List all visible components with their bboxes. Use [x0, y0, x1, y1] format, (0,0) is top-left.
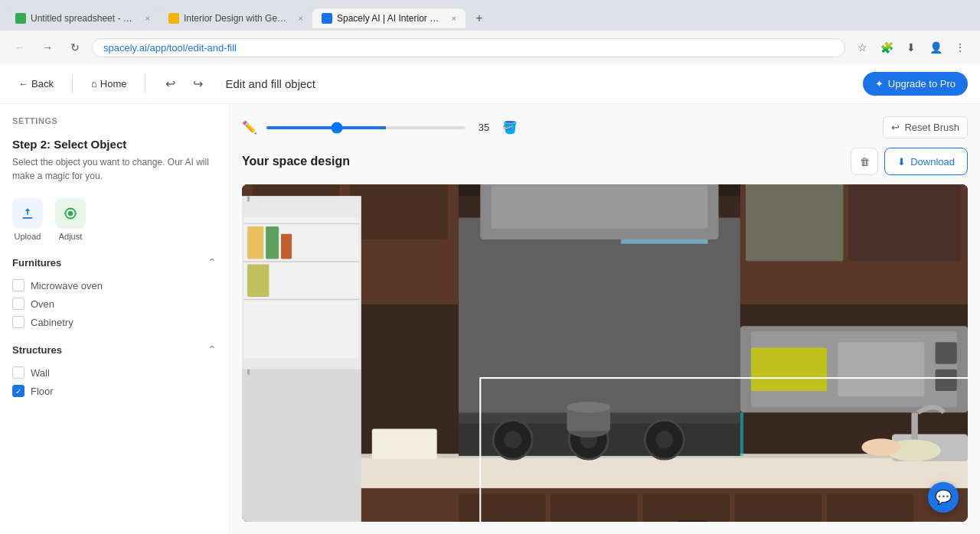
profile-icon[interactable]: 👤	[925, 37, 946, 58]
wall-checkbox[interactable]	[12, 366, 24, 379]
canvas-toolbar: ✏️ 35 🪣 ↩ Reset Brush	[242, 116, 968, 138]
svg-rect-21	[491, 185, 707, 229]
home-label: Home	[100, 78, 127, 90]
step-description: Select the object you want to change. Ou…	[12, 155, 217, 183]
furniture-items-list: Microwave oven Oven Cabinetry	[12, 276, 217, 331]
settings-label: SETTINGS	[12, 116, 217, 125]
svg-rect-19	[459, 218, 740, 413]
delete-button[interactable]: 🗑	[851, 148, 878, 175]
furnitures-collapse-button[interactable]: ⌃	[207, 256, 217, 269]
bookmark-icon[interactable]: ☆	[851, 37, 873, 58]
tab-2-close[interactable]: ×	[299, 14, 303, 23]
url-bar[interactable]: spacely.ai/app/tool/edit-and-fill	[92, 38, 845, 57]
download-icon: ⬇	[897, 156, 906, 168]
svg-point-37	[504, 431, 521, 448]
furnitures-section-header: Furnitures ⌃	[12, 256, 217, 269]
svg-rect-69	[621, 239, 707, 244]
tab-bar: Untitled spreadsheet - Goo... × Interior…	[0, 0, 980, 31]
page-title: Edit and fill object	[225, 77, 315, 90]
adjust-icon	[63, 206, 78, 221]
app-header: ← Back ⌂ Home ↩ ↪ Edit and fill object ✦…	[0, 64, 980, 104]
structures-title: Structures	[12, 344, 62, 356]
browser-toolbar-icons: ☆ 🧩 ⬇ 👤 ⋮	[851, 37, 971, 58]
tab-2[interactable]: Interior Design with Generati... ×	[159, 8, 312, 28]
upgrade-button[interactable]: ✦ Upgrade to Pro	[863, 72, 968, 96]
tab-1-close[interactable]: ×	[145, 14, 150, 23]
kitchen-canvas[interactable]: 💬	[242, 184, 968, 522]
reset-brush-label: Reset Brush	[904, 122, 959, 133]
svg-rect-51	[247, 370, 250, 375]
tab-2-label: Interior Design with Generati...	[184, 13, 291, 24]
oven-label: Oven	[31, 298, 54, 310]
main-content: SETTINGS Step 2: Select Object Select th…	[0, 104, 980, 534]
oven-item[interactable]: Oven	[12, 295, 217, 313]
reload-button[interactable]: ↻	[64, 37, 86, 58]
tab-3-close[interactable]: ×	[452, 14, 456, 23]
address-bar: ← → ↻ spacely.ai/app/tool/edit-and-fill …	[0, 31, 980, 64]
svg-rect-59	[281, 234, 292, 259]
cabinetry-label: Cabinetry	[31, 317, 74, 328]
brush-slider[interactable]	[266, 126, 466, 129]
microwave-oven-item[interactable]: Microwave oven	[12, 276, 217, 295]
floor-checkbox[interactable]: ✓	[12, 385, 24, 397]
step-title: Step 2: Select Object	[12, 138, 217, 151]
back-arrow-icon: ←	[18, 78, 28, 90]
wall-item[interactable]: Wall	[12, 363, 217, 382]
wall-label: Wall	[31, 367, 50, 379]
download-browser-icon[interactable]: ⬇	[900, 37, 922, 58]
cabinetry-checkbox[interactable]	[12, 316, 24, 328]
svg-rect-56	[244, 299, 359, 300]
undo-redo-group: ↩ ↪	[158, 72, 210, 96]
svg-rect-54	[244, 223, 359, 224]
header-divider-2	[145, 75, 145, 93]
floor-item[interactable]: ✓ Floor	[12, 382, 217, 400]
home-button[interactable]: ⌂ Home	[85, 73, 133, 94]
svg-rect-14	[936, 342, 957, 363]
svg-point-63	[861, 438, 900, 456]
more-icon[interactable]: ⋮	[949, 37, 971, 58]
kitchen-image	[242, 184, 968, 522]
svg-rect-16	[838, 342, 924, 396]
extensions-icon[interactable]: 🧩	[876, 37, 897, 58]
tab-1[interactable]: Untitled spreadsheet - Goo... ×	[6, 8, 159, 28]
back-button[interactable]: ← Back	[12, 73, 60, 94]
svg-rect-27	[643, 493, 730, 522]
header-divider-1	[72, 75, 73, 93]
app: ← Back ⌂ Home ↩ ↪ Edit and fill object ✦…	[0, 64, 980, 534]
oven-checkbox[interactable]	[12, 298, 24, 310]
svg-rect-29	[827, 493, 913, 522]
canvas-actions: 🗑 ⬇ Download	[851, 148, 968, 175]
upload-label: Upload	[15, 232, 41, 241]
svg-rect-10	[746, 184, 843, 261]
back-nav-button[interactable]: ←	[9, 37, 31, 58]
svg-rect-58	[266, 226, 279, 259]
download-button[interactable]: ⬇ Download	[884, 148, 968, 175]
redo-button[interactable]: ↪	[185, 72, 210, 96]
sidebar-actions: Upload Adjust	[12, 198, 217, 241]
svg-rect-15	[936, 370, 957, 391]
upload-icon-wrap	[12, 198, 43, 229]
new-tab-button[interactable]: +	[469, 8, 490, 29]
structure-items-list: Wall ✓ Floor	[12, 363, 217, 400]
svg-rect-57	[247, 226, 263, 259]
tab-3[interactable]: Spacely AI | AI Interior Desig... ×	[312, 8, 466, 28]
reset-brush-button[interactable]: ↩ Reset Brush	[883, 116, 968, 138]
reset-icon: ↩	[891, 122, 900, 133]
svg-rect-17	[751, 347, 827, 391]
adjust-action[interactable]: Adjust	[55, 198, 86, 241]
canvas-title: Your space design	[242, 155, 851, 168]
microwave-oven-checkbox[interactable]	[12, 279, 24, 291]
svg-point-2	[68, 211, 74, 217]
tab-3-label: Spacely AI | AI Interior Desig...	[337, 13, 444, 24]
structures-collapse-button[interactable]: ⌃	[207, 344, 217, 356]
furnitures-title: Furnitures	[12, 257, 61, 269]
upgrade-label: Upgrade to Pro	[888, 78, 956, 90]
cabinetry-item[interactable]: Cabinetry	[12, 313, 217, 331]
chat-widget[interactable]: 💬	[928, 482, 959, 513]
forward-nav-button[interactable]: →	[37, 37, 58, 58]
svg-rect-46	[911, 412, 917, 439]
undo-button[interactable]: ↩	[158, 72, 182, 96]
brush-value: 35	[475, 122, 493, 133]
bucket-icon[interactable]: 🪣	[502, 120, 518, 135]
upload-action[interactable]: Upload	[12, 198, 43, 241]
